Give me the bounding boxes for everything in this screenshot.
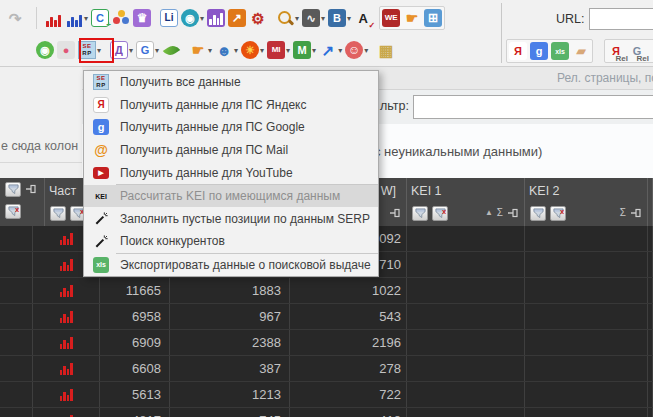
package-button[interactable]: ▦: [377, 41, 395, 59]
column-header[interactable]: x: [0, 178, 45, 226]
table-row[interactable]: 1166518831022: [0, 278, 653, 304]
sigma-icon[interactable]: Σ: [497, 208, 503, 218]
liveinternet-button[interactable]: Li: [160, 9, 178, 27]
crown-button[interactable]: ♛: [133, 9, 151, 27]
sort-asc-icon[interactable]: ▲: [485, 209, 493, 217]
spy-icon: ☻: [215, 41, 233, 59]
pin-icon[interactable]: [630, 207, 642, 219]
table-cell: 1213: [170, 382, 290, 407]
mini-chart-button[interactable]: ∿▾: [302, 9, 325, 27]
funnel-clear-icon[interactable]: x: [432, 206, 448, 221]
spy-button[interactable]: ☻▾: [215, 41, 238, 59]
table-row[interactable]: 690923882196: [0, 330, 653, 356]
vk-button[interactable]: B▾: [328, 9, 351, 27]
column-header[interactable]: KEI 2xΣ: [525, 178, 648, 226]
seo-meter-icon: ◉: [36, 41, 54, 59]
trend-chart-icon[interactable]: [60, 337, 73, 349]
hand-button[interactable]: ☛: [403, 9, 421, 27]
menu-item-get-mail-data[interactable]: @Получить данные для ПС Mail: [84, 139, 378, 162]
clipped-orange-button[interactable]: ▌: [649, 42, 653, 60]
arrow-up-right-button[interactable]: ↗▾: [319, 41, 342, 59]
spellcheck-button[interactable]: A✓: [354, 9, 372, 27]
funnel-filter-icon[interactable]: [412, 206, 428, 221]
yandex-button[interactable]: Я: [509, 42, 527, 60]
pin-icon[interactable]: [389, 207, 401, 219]
column-header[interactable]: [648, 178, 653, 226]
redo-button[interactable]: ↷: [6, 9, 24, 27]
menu-item-label: Получить данные для ПС Mail: [116, 143, 288, 157]
menu-item-get-yandex-data[interactable]: ЯПолучить данные для ПС Яндекс: [84, 94, 378, 117]
leaf-button[interactable]: [162, 41, 180, 59]
yandex-icon: Я: [509, 42, 527, 60]
trend-chart-icon[interactable]: [60, 233, 73, 245]
m-service-button[interactable]: M▾: [293, 41, 316, 59]
globe-icon: ◉: [181, 9, 199, 27]
trend-chart-icon[interactable]: [60, 363, 73, 375]
map-marker-button[interactable]: ●: [57, 41, 75, 59]
google-icon: g: [86, 119, 116, 135]
table-cell: 6608: [100, 356, 170, 381]
magic-wand-icon: [86, 211, 116, 227]
sigma-icon[interactable]: Σ: [620, 208, 626, 218]
person-button[interactable]: ☺▾: [345, 41, 368, 59]
table-cell: [407, 382, 525, 407]
menu-item-export-serp-data[interactable]: xlsЭкспортировать данные о поисковой выд…: [84, 254, 378, 277]
trend-chart-icon[interactable]: [60, 311, 73, 323]
menu-item-get-all-data[interactable]: SERPПолучить все данные: [84, 71, 378, 94]
funnel-clear-icon[interactable]: x: [5, 204, 21, 219]
url-input[interactable]: [589, 8, 653, 30]
google-button[interactable]: g: [530, 42, 548, 60]
trend-chart-icon[interactable]: [60, 259, 73, 271]
menu-item-fill-serp-positions[interactable]: Заполнить пустые позиции по данным SERP: [84, 207, 378, 230]
chart-orange-button[interactable]: ↗: [228, 9, 246, 27]
wordstat-dots-button[interactable]: [112, 9, 130, 27]
url-label: URL:: [556, 12, 584, 26]
table-cell: [648, 278, 653, 303]
pin-icon[interactable]: [25, 183, 37, 195]
eraser-button[interactable]: ▰: [572, 42, 590, 60]
table-row[interactable]: 56131213722: [0, 382, 653, 408]
tools-button[interactable]: ⚙: [249, 9, 267, 27]
table-row[interactable]: 6958967543: [0, 304, 653, 330]
table-row[interactable]: 6608387278: [0, 356, 653, 382]
mi-button[interactable]: MI▾: [267, 41, 290, 59]
menu-item-calc-kei[interactable]: KEIРассчитать KEI по имеющимся данным: [84, 185, 378, 208]
hand-collect-button[interactable]: ☛▾: [189, 41, 212, 59]
table-cell: [407, 408, 525, 417]
stats-red-button[interactable]: [44, 9, 62, 27]
group-by-panel: е сюда колон: [0, 67, 82, 178]
pin-icon[interactable]: [507, 207, 519, 219]
funnel-filter-icon[interactable]: [5, 182, 21, 197]
trend-chart-icon[interactable]: [60, 389, 73, 401]
funnel-filter-icon[interactable]: [50, 206, 66, 221]
google-rel-icon: GRel: [628, 42, 646, 60]
google-ads-button[interactable]: G▾: [136, 41, 159, 59]
toolbar-group: ▾C+♛: [42, 7, 153, 29]
table-cell: [525, 330, 648, 355]
mail-search-icon: @: [93, 142, 109, 158]
xls-button[interactable]: xls: [551, 42, 569, 60]
column-header[interactable]: KEI 1x▲Σ: [407, 178, 525, 226]
seo-meter-button[interactable]: ◉: [36, 41, 54, 59]
google-rel-button[interactable]: GRel: [628, 42, 646, 60]
svg-text:x: x: [559, 208, 563, 216]
yandex-rel-button[interactable]: ЯRel: [607, 42, 625, 60]
google-collect-button[interactable]: C+: [91, 9, 109, 27]
menu-item-get-youtube-data[interactable]: ▶Получить данные для YouTube: [84, 161, 378, 184]
quick-filter-input[interactable]: [413, 95, 653, 119]
stats-blue-button[interactable]: ▾: [65, 9, 88, 27]
chevron-down-icon: ▾: [84, 14, 88, 23]
search-button[interactable]: ▾: [276, 9, 299, 27]
table-row[interactable]: 4817745418: [0, 408, 653, 417]
we-button[interactable]: WE: [382, 9, 400, 27]
menu-item-get-google-data[interactable]: gПолучить данные для ПС Google: [84, 116, 378, 139]
globe-button[interactable]: ◉▾: [181, 9, 204, 27]
fireball-button[interactable]: ☀▾: [241, 41, 264, 59]
stats-purple-button[interactable]: [207, 9, 225, 27]
funnel-clear-icon[interactable]: x: [550, 206, 566, 221]
trend-chart-icon[interactable]: [60, 285, 73, 297]
funnel-filter-icon[interactable]: [530, 206, 546, 221]
calculator-button[interactable]: ⊞: [424, 9, 442, 27]
menu-item-find-competitors[interactable]: Поиск конкурентов: [84, 230, 378, 253]
column-title: [0, 178, 44, 200]
